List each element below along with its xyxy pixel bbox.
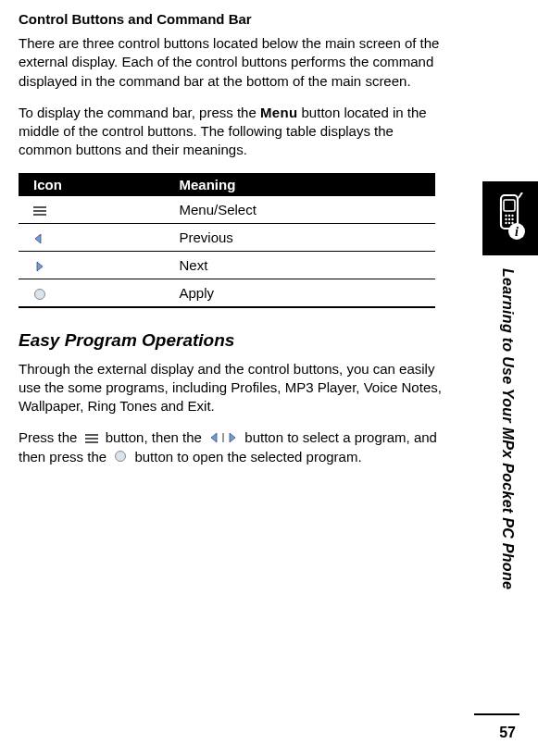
page-number: 57 xyxy=(499,725,516,741)
svg-rect-14 xyxy=(504,200,515,211)
svg-point-12 xyxy=(116,452,126,462)
svg-point-19 xyxy=(508,218,510,220)
sidebar-icon-box: i xyxy=(482,181,538,255)
icon-menu-select xyxy=(19,196,165,224)
svg-marker-4 xyxy=(37,262,43,271)
svg-point-18 xyxy=(505,218,507,220)
paragraph-2: To display the command bar, press the Me… xyxy=(19,104,444,160)
svg-rect-8 xyxy=(85,441,98,443)
paragraph-1: There are three control buttons located … xyxy=(19,34,444,91)
paragraph-3: Through the external display and the con… xyxy=(19,360,444,416)
svg-rect-2 xyxy=(33,214,46,216)
subsection-title: Control Buttons and Command Bar xyxy=(19,11,444,27)
chapter-title-vertical: Learning to Use Your MPx Pocket PC Phone xyxy=(499,268,516,589)
meaning-cell: Menu/Select xyxy=(165,196,436,224)
menu-label: Menu xyxy=(260,105,297,120)
table-row: Apply xyxy=(19,279,435,307)
svg-text:i: i xyxy=(515,225,519,239)
section-heading: Easy Program Operations xyxy=(19,330,444,351)
menu-icon xyxy=(85,429,98,448)
icon-apply xyxy=(19,279,165,307)
svg-marker-9 xyxy=(211,433,217,442)
phone-info-icon: i xyxy=(492,192,529,244)
page-rule xyxy=(474,713,519,715)
svg-point-17 xyxy=(511,215,513,217)
para4-part-d: button to open the selected program. xyxy=(134,449,361,465)
table-row: Next xyxy=(19,251,435,279)
svg-rect-6 xyxy=(85,434,98,436)
meaning-cell: Apply xyxy=(165,279,436,307)
col-header-meaning: Meaning xyxy=(165,173,436,196)
prev-next-icon xyxy=(209,429,237,448)
meaning-cell: Next xyxy=(165,251,436,279)
svg-point-5 xyxy=(35,289,45,299)
para4-part-a: Press the xyxy=(19,429,81,445)
svg-point-22 xyxy=(508,222,510,224)
table-row: Menu/Select xyxy=(19,196,435,224)
svg-point-21 xyxy=(505,222,507,224)
col-header-icon: Icon xyxy=(19,173,165,196)
icon-next xyxy=(19,251,165,279)
paragraph-4: Press the button, then the button to sel… xyxy=(19,428,444,467)
apply-icon xyxy=(114,449,127,467)
svg-point-15 xyxy=(505,215,507,217)
svg-point-20 xyxy=(511,218,513,220)
svg-point-16 xyxy=(508,215,510,217)
para4-part-b: button, then the xyxy=(106,429,206,445)
icon-meaning-table: Icon Meaning Menu/Select Previous xyxy=(19,173,435,308)
table-row: Previous xyxy=(19,223,435,251)
svg-rect-1 xyxy=(33,210,46,212)
svg-line-24 xyxy=(519,192,522,198)
svg-marker-3 xyxy=(35,234,41,243)
svg-marker-11 xyxy=(230,433,235,442)
icon-previous xyxy=(19,223,165,251)
meaning-cell: Previous xyxy=(165,223,436,251)
svg-rect-7 xyxy=(85,438,98,440)
para2-part-a: To display the command bar, press the xyxy=(19,105,260,120)
svg-rect-0 xyxy=(33,206,46,208)
